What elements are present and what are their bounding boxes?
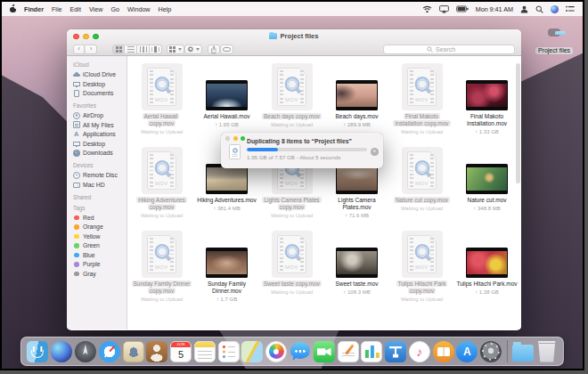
sidebar-item-icloud-drive[interactable]: iCloud Drive (73, 70, 127, 80)
user-icon[interactable] (520, 5, 528, 13)
search-field[interactable] (383, 45, 515, 54)
sidebar-item-purple[interactable]: Purple (73, 260, 127, 270)
list-view-button[interactable] (125, 45, 137, 54)
dock-facetime[interactable] (314, 341, 335, 362)
sidebar-item-label: Green (83, 242, 100, 248)
sidebar-item-desktop[interactable]: Desktop (73, 139, 127, 149)
dock-notes[interactable] (194, 341, 216, 362)
column-view-button[interactable] (137, 45, 150, 54)
dock-keynote[interactable] (385, 341, 406, 362)
dock-messages[interactable] (290, 341, 311, 362)
menu-edit[interactable]: Edit (70, 5, 81, 13)
menu-bar-clock[interactable]: Mon 9:41 AM (476, 5, 513, 13)
dock-maps[interactable] (241, 341, 263, 362)
tags-button[interactable] (220, 45, 233, 54)
menu-help[interactable]: Help (159, 5, 172, 13)
file-item-aerial-hawaii-copy-mov[interactable]: MOVAerial Hawaii copy.movWaiting to Uplo… (129, 60, 194, 143)
file-item-beach-days-copy-mov[interactable]: MOVBeach days copy.movWaiting to Upload (259, 60, 324, 143)
sidebar-item-orange[interactable]: Orange (73, 223, 127, 232)
desktop-folder-project-files[interactable]: Project files (530, 24, 578, 56)
sidebar-item-label: Desktop (83, 81, 105, 87)
dock-sysprefs[interactable] (480, 341, 502, 362)
forward-button[interactable]: › (86, 45, 97, 54)
sidebar-item-all-my-files[interactable]: All My Files (73, 120, 127, 130)
sidebar-item-remote-disc[interactable]: Remote Disc (73, 171, 127, 181)
search-input[interactable] (436, 46, 471, 53)
arrange-button[interactable] (167, 45, 184, 54)
dialog-zoom-button[interactable] (241, 136, 245, 141)
dock-numbers[interactable] (361, 341, 382, 362)
quicktime-q-icon (414, 160, 429, 175)
dock-contacts[interactable] (146, 341, 167, 362)
scrollbar[interactable] (516, 63, 520, 183)
coverflow-view-button[interactable] (150, 45, 162, 54)
dock-itunes[interactable] (409, 341, 430, 362)
back-button[interactable]: ‹ (73, 45, 85, 54)
dock-pages[interactable] (337, 341, 358, 362)
sidebar-item-downloads[interactable]: Downloads (73, 149, 127, 159)
dialog-minimize-button[interactable] (233, 136, 238, 141)
dock-mail[interactable] (122, 341, 143, 362)
siri-icon[interactable] (551, 5, 559, 13)
dock-appstore[interactable] (456, 341, 478, 362)
file-item-nature-cut-mov[interactable]: Nature cut.mov348.8 MB (454, 143, 519, 227)
dialog-close-button[interactable] (225, 136, 230, 141)
title-bar[interactable]: Project files (67, 29, 521, 43)
file-name: Tulips Hitachi Park.mov (456, 280, 517, 288)
dock-safari[interactable] (99, 341, 120, 362)
dock-launchpad[interactable] (75, 341, 96, 362)
notification-center-icon[interactable] (566, 5, 575, 12)
dock-downloads[interactable] (512, 345, 534, 362)
wifi-icon[interactable] (422, 5, 432, 13)
file-item-tulips-hitachi-park-mov[interactable]: Tulips Hitachi Park.mov1.38 GB (454, 227, 519, 311)
sidebar-item-green[interactable]: Green (73, 241, 127, 251)
sidebar-item-documents[interactable]: Documents (73, 89, 127, 99)
action-button[interactable] (184, 45, 203, 54)
menu-file[interactable]: File (52, 5, 62, 13)
apple-menu-icon[interactable] (10, 5, 16, 12)
icon-view-button[interactable] (112, 45, 125, 54)
file-item-final-makoto-installation-copy-mov[interactable]: MOVFinal Makoto Installation copy.movWai… (389, 60, 454, 143)
file-item-sweet-taste-mov[interactable]: Sweet taste.mov108.3 MB (324, 227, 389, 311)
sidebar-item-mac-hd[interactable]: Mac HD (73, 180, 127, 190)
file-item-nature-cut-copy-mov[interactable]: MOVNature cut copy.movWaiting to Upload (389, 143, 454, 227)
file-item-tulips-hitachi-park-copy-mov[interactable]: MOVTulips Hitachi Park copy.movWaiting t… (389, 227, 454, 311)
video-frame-sweet (337, 251, 377, 274)
file-item-aerial-hawaii-mov[interactable]: Aerial Hawaii.mov1.95 GB (194, 60, 259, 143)
sidebar-item-label: Gray (83, 271, 96, 277)
cancel-copy-button[interactable]: × (371, 148, 379, 156)
dock-finder[interactable] (27, 341, 48, 362)
battery-icon[interactable] (456, 5, 469, 12)
dock-ibooks[interactable] (433, 341, 454, 362)
file-item-sweet-taste-copy-mov[interactable]: MOVSweet taste copy.movWaiting to Upload (259, 227, 324, 311)
sidebar-item-blue[interactable]: Blue (73, 250, 127, 260)
sidebar-item-desktop[interactable]: Desktop (73, 79, 127, 89)
search-icon[interactable] (535, 5, 543, 13)
share-button[interactable] (208, 45, 220, 54)
sidebar-item-airdrop[interactable]: AirDrop (73, 111, 127, 121)
menu-view[interactable]: View (89, 5, 102, 13)
sidebar-item-yellow[interactable]: Yellow (73, 232, 127, 241)
dock-siri[interactable] (51, 341, 72, 362)
mov-badge: MOV (148, 264, 176, 270)
file-name: Sweet taste.mov (335, 280, 378, 288)
file-item-sunday-family-dinner-copy-mov[interactable]: MOVSunday Family Dinner copy.movWaiting … (129, 227, 194, 311)
progress-status: 1.95 GB of 7.57 GB - About 5 seconds (247, 154, 367, 160)
file-item-sunday-family-dinner-mov[interactable]: Sunday Family Dinner.mov1.7 GB (194, 227, 259, 311)
menu-finder[interactable]: Finder (24, 5, 44, 13)
dock-photos[interactable] (265, 341, 287, 362)
dock-trash[interactable] (536, 341, 558, 362)
search-icon (427, 46, 433, 53)
sidebar-item-applications[interactable]: Applications (73, 130, 127, 140)
sidebar-item-gray[interactable]: Gray (73, 269, 127, 279)
file-item-final-makoto-installation-mov[interactable]: Final Makoto Installation.mov1.33 GB (454, 60, 519, 143)
menu-go[interactable]: Go (110, 5, 119, 13)
copy-progress-dialog[interactable]: Duplicating 8 items to “Project files” 1… (221, 133, 383, 168)
menu-window[interactable]: Window (127, 5, 151, 13)
dock-calendar[interactable]: JUN5 (170, 341, 192, 362)
sidebar-item-red[interactable]: Red (73, 213, 127, 223)
file-item-beach-days-mov[interactable]: Beach days.mov289.9 MB (324, 60, 389, 143)
airplay-icon[interactable] (439, 5, 449, 13)
file-item-hiking-adventures-copy-mov[interactable]: MOVHiking Adventures copy.movWaiting to … (129, 143, 194, 227)
dock-reminders[interactable] (218, 341, 240, 362)
